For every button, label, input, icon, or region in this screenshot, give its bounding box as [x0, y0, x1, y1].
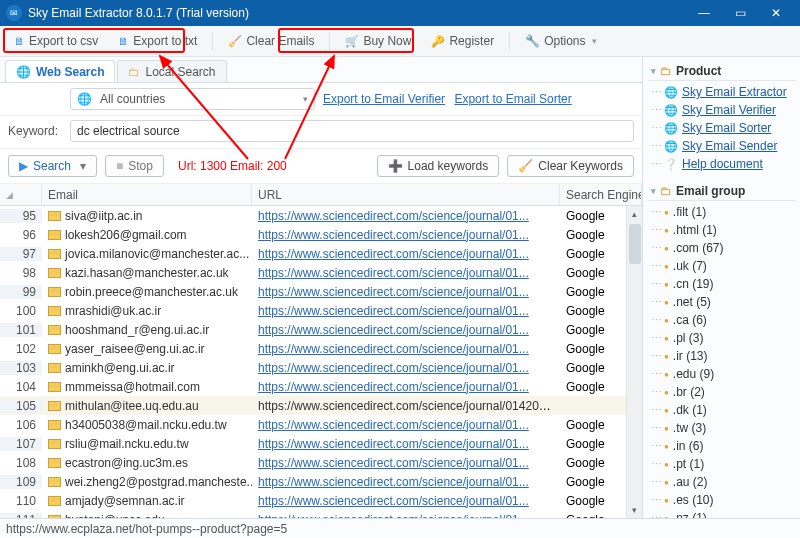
table-row[interactable]: 105mithulan@itee.uq.edu.auhttps://www.sc…	[0, 396, 642, 415]
stop-button[interactable]: ■ Stop	[105, 155, 164, 177]
url-link[interactable]: https://www.sciencedirect.com/science/jo…	[258, 513, 529, 519]
scroll-up-icon[interactable]: ▴	[627, 206, 642, 222]
email-group-item[interactable]: ⋯●.filt (1)	[651, 203, 796, 221]
table-row[interactable]: 111bvatani@uncc.eduhttps://www.sciencedi…	[0, 510, 642, 518]
url-link[interactable]: https://www.sciencedirect.com/science/jo…	[258, 323, 529, 337]
url-link[interactable]: https://www.sciencedirect.com/science/jo…	[258, 456, 529, 470]
register-button[interactable]: 🔑 Register	[423, 30, 502, 52]
email-group-item[interactable]: ⋯●.in (6)	[651, 437, 796, 455]
url-link[interactable]: https://www.sciencedirect.com/science/jo…	[258, 475, 529, 489]
email-group-item[interactable]: ⋯●.nz (1)	[651, 509, 796, 518]
url-link[interactable]: https://www.sciencedirect.com/science/jo…	[258, 342, 529, 356]
col-url[interactable]: URL	[252, 184, 560, 205]
email-group-item[interactable]: ⋯●.es (10)	[651, 491, 796, 509]
options-label: Options	[544, 34, 585, 48]
table-row[interactable]: 110amjady@semnan.ac.irhttps://www.scienc…	[0, 491, 642, 510]
email-group-item[interactable]: ⋯●.cn (19)	[651, 275, 796, 293]
export-verifier-link[interactable]: Export to Email Verifier	[323, 92, 445, 106]
csv-icon: 🗎	[14, 35, 25, 47]
email-group-item[interactable]: ⋯●.net (5)	[651, 293, 796, 311]
url-link[interactable]: https://www.sciencedirect.com/science/jo…	[258, 437, 529, 451]
export-csv-button[interactable]: 🗎 Export to csv	[6, 30, 106, 52]
url-link[interactable]: https://www.sciencedirect.com/science/jo…	[258, 228, 529, 242]
row-email: robin.preece@manchester.ac.uk	[42, 285, 252, 299]
table-row[interactable]: 107rsliu@mail.ncku.edu.twhttps://www.sci…	[0, 434, 642, 453]
row-index: 108	[0, 456, 42, 470]
product-header[interactable]: ▾ 🗀 Product	[649, 61, 796, 81]
url-link[interactable]: https://www.sciencedirect.com/science/jo…	[258, 361, 529, 375]
buy-now-button[interactable]: 🛒 Buy Now	[337, 30, 419, 52]
stop-label: Stop	[128, 159, 153, 173]
row-email: aminkh@eng.ui.ac.ir	[42, 361, 252, 375]
table-row[interactable]: 97jovica.milanovic@manchester.ac...https…	[0, 244, 642, 263]
url-link[interactable]: https://www.sciencedirect.com/science/jo…	[258, 209, 529, 223]
table-row[interactable]: 108ecastron@ing.uc3m.eshttps://www.scien…	[0, 453, 642, 472]
vertical-scrollbar[interactable]: ▴ ▾	[626, 206, 642, 518]
globe-icon: 🌐	[664, 86, 678, 99]
clear-keywords-button[interactable]: 🧹 Clear Keywords	[507, 155, 634, 177]
email-group-item[interactable]: ⋯●.com (67)	[651, 239, 796, 257]
item-label: .ca (6)	[673, 313, 707, 327]
col-index[interactable]: ◢	[0, 184, 42, 205]
export-txt-button[interactable]: 🗎 Export to txt	[110, 30, 205, 52]
search-button[interactable]: ▶ Search ▾	[8, 155, 97, 177]
email-group-item[interactable]: ⋯●.edu (9)	[651, 365, 796, 383]
keyword-input[interactable]: dc electrical source	[70, 120, 634, 142]
close-button[interactable]: ✕	[758, 3, 794, 23]
row-index: 97	[0, 247, 42, 261]
clear-emails-button[interactable]: 🧹 Clear Emails	[220, 30, 322, 52]
country-select[interactable]: 🌐 All countries ▾	[70, 88, 315, 110]
table-row[interactable]: 104mmmeissa@hotmail.comhttps://www.scien…	[0, 377, 642, 396]
email-group-item[interactable]: ⋯●.ca (6)	[651, 311, 796, 329]
col-email[interactable]: Email	[42, 184, 252, 205]
table-row[interactable]: 95siva@iitp.ac.inhttps://www.sciencedire…	[0, 206, 642, 225]
url-link[interactable]: https://www.sciencedirect.com/science/jo…	[258, 494, 529, 508]
table-row[interactable]: 109wei.zheng2@postgrad.mancheste...https…	[0, 472, 642, 491]
scroll-down-icon[interactable]: ▾	[627, 502, 642, 518]
email-group-item[interactable]: ⋯●.html (1)	[651, 221, 796, 239]
email-group-item[interactable]: ⋯●.pl (3)	[651, 329, 796, 347]
email-group-item[interactable]: ⋯●.pt (1)	[651, 455, 796, 473]
email-group-item[interactable]: ⋯●.dk (1)	[651, 401, 796, 419]
tab-local-search[interactable]: 🗀 Local Search	[117, 60, 226, 82]
tab-web-search[interactable]: 🌐 Web Search	[5, 60, 115, 82]
url-link[interactable]: https://www.sciencedirect.com/science/jo…	[258, 304, 529, 318]
scroll-thumb[interactable]	[629, 224, 641, 264]
left-pane: 🌐 Web Search 🗀 Local Search 🌐 All countr…	[0, 57, 643, 518]
url-link[interactable]: https://www.sciencedirect.com/science/jo…	[258, 399, 560, 413]
url-link[interactable]: https://www.sciencedirect.com/science/jo…	[258, 380, 529, 394]
maximize-button[interactable]: ▭	[722, 3, 758, 23]
table-row[interactable]: 98kazi.hasan@manchester.ac.ukhttps://www…	[0, 263, 642, 282]
product-item[interactable]: ⋯🌐Sky Email Sorter	[651, 119, 796, 137]
minimize-button[interactable]: —	[686, 3, 722, 23]
row-url: https://www.sciencedirect.com/science/jo…	[252, 228, 560, 242]
product-item[interactable]: ⋯❔Help document	[651, 155, 796, 173]
table-row[interactable]: 103aminkh@eng.ui.ac.irhttps://www.scienc…	[0, 358, 642, 377]
table-row[interactable]: 102yaser_raisee@eng.ui.ac.irhttps://www.…	[0, 339, 642, 358]
product-item[interactable]: ⋯🌐Sky Email Sender	[651, 137, 796, 155]
email-group-item[interactable]: ⋯●.ir (13)	[651, 347, 796, 365]
table-row[interactable]: 101hooshmand_r@eng.ui.ac.irhttps://www.s…	[0, 320, 642, 339]
table-row[interactable]: 100mrashidi@uk.ac.irhttps://www.scienced…	[0, 301, 642, 320]
clear-kw-label: Clear Keywords	[538, 159, 623, 173]
product-item[interactable]: ⋯🌐Sky Email Extractor	[651, 83, 796, 101]
product-item[interactable]: ⋯🌐Sky Email Verifier	[651, 101, 796, 119]
url-link[interactable]: https://www.sciencedirect.com/science/jo…	[258, 418, 529, 432]
table-row[interactable]: 99robin.preece@manchester.ac.ukhttps://w…	[0, 282, 642, 301]
url-link[interactable]: https://www.sciencedirect.com/science/jo…	[258, 247, 529, 261]
email-group-item[interactable]: ⋯●.au (2)	[651, 473, 796, 491]
load-keywords-button[interactable]: ➕ Load keywords	[377, 155, 500, 177]
email-group-item[interactable]: ⋯●.uk (7)	[651, 257, 796, 275]
email-group-item[interactable]: ⋯●.br (2)	[651, 383, 796, 401]
mail-icon	[48, 344, 61, 354]
table-row[interactable]: 96lokesh206@gmail.comhttps://www.science…	[0, 225, 642, 244]
email-group-item[interactable]: ⋯●.tw (3)	[651, 419, 796, 437]
col-search-engine[interactable]: Search Engine	[560, 184, 642, 205]
options-button[interactable]: 🔧 Options ▾	[517, 30, 605, 52]
row-url: https://www.sciencedirect.com/science/jo…	[252, 494, 560, 508]
table-row[interactable]: 106h34005038@mail.ncku.edu.twhttps://www…	[0, 415, 642, 434]
export-sorter-link[interactable]: Export to Email Sorter	[454, 92, 571, 106]
email-group-header[interactable]: ▾ 🗀 Email group	[649, 181, 796, 201]
url-link[interactable]: https://www.sciencedirect.com/science/jo…	[258, 285, 529, 299]
url-link[interactable]: https://www.sciencedirect.com/science/jo…	[258, 266, 529, 280]
